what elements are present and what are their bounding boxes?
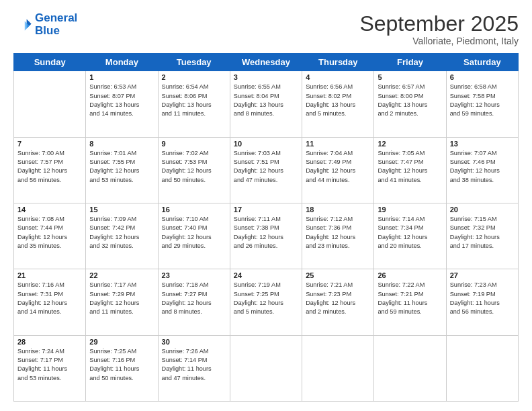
calendar-cell	[374, 335, 446, 401]
day-number: 13	[450, 140, 515, 148]
calendar-cell: 16Sunrise: 7:10 AM Sunset: 7:40 PM Dayli…	[158, 203, 230, 269]
calendar-cell: 15Sunrise: 7:09 AM Sunset: 7:42 PM Dayli…	[86, 203, 158, 269]
day-number: 29	[89, 338, 154, 346]
day-number: 9	[162, 140, 226, 148]
day-header-monday: Monday	[86, 54, 158, 71]
day-number: 28	[17, 338, 82, 346]
calendar-cell: 9Sunrise: 7:02 AM Sunset: 7:53 PM Daylig…	[158, 137, 230, 203]
day-number: 3	[234, 73, 298, 81]
logo: General Blue	[13, 12, 77, 37]
day-number: 30	[162, 338, 226, 346]
calendar-cell: 11Sunrise: 7:04 AM Sunset: 7:49 PM Dayli…	[302, 137, 374, 203]
cell-text: Sunrise: 6:54 AM Sunset: 8:06 PM Dayligh…	[162, 83, 226, 118]
day-number: 11	[306, 140, 370, 148]
day-number: 16	[162, 205, 226, 214]
day-number: 8	[89, 140, 154, 148]
location: Valloriate, Piedmont, Italy	[359, 36, 519, 46]
calendar-week-5: 28Sunrise: 7:24 AM Sunset: 7:17 PM Dayli…	[14, 335, 519, 401]
cell-text: Sunrise: 7:21 AM Sunset: 7:23 PM Dayligh…	[306, 281, 370, 316]
calendar-cell	[446, 335, 518, 401]
cell-text: Sunrise: 7:17 AM Sunset: 7:29 PM Dayligh…	[89, 281, 154, 316]
day-header-saturday: Saturday	[446, 54, 518, 71]
day-number: 12	[378, 140, 442, 148]
calendar-cell: 17Sunrise: 7:11 AM Sunset: 7:38 PM Dayli…	[230, 203, 302, 269]
day-number: 26	[378, 271, 442, 279]
day-number: 25	[306, 271, 370, 279]
day-number: 27	[450, 271, 515, 279]
cell-text: Sunrise: 7:22 AM Sunset: 7:21 PM Dayligh…	[378, 281, 442, 316]
cell-text: Sunrise: 7:03 AM Sunset: 7:51 PM Dayligh…	[234, 149, 298, 185]
day-header-tuesday: Tuesday	[158, 54, 230, 71]
calendar-cell: 1Sunrise: 6:53 AM Sunset: 8:07 PM Daylig…	[86, 71, 158, 137]
calendar-cell: 28Sunrise: 7:24 AM Sunset: 7:17 PM Dayli…	[14, 335, 86, 401]
calendar-cell: 2Sunrise: 6:54 AM Sunset: 8:06 PM Daylig…	[158, 71, 230, 137]
calendar-cell: 21Sunrise: 7:16 AM Sunset: 7:31 PM Dayli…	[14, 269, 86, 335]
month-title: September 2025	[359, 12, 519, 36]
day-number: 24	[234, 271, 298, 279]
day-number: 20	[450, 205, 515, 214]
day-number: 23	[162, 271, 226, 279]
calendar-cell: 18Sunrise: 7:12 AM Sunset: 7:36 PM Dayli…	[302, 203, 374, 269]
cell-text: Sunrise: 7:00 AM Sunset: 7:57 PM Dayligh…	[17, 149, 82, 185]
day-number: 7	[17, 140, 82, 148]
day-number: 22	[89, 271, 154, 279]
calendar-week-2: 7Sunrise: 7:00 AM Sunset: 7:57 PM Daylig…	[14, 137, 519, 203]
calendar-cell: 8Sunrise: 7:01 AM Sunset: 7:55 PM Daylig…	[86, 137, 158, 203]
day-number: 2	[162, 73, 226, 81]
calendar-cell: 30Sunrise: 7:26 AM Sunset: 7:14 PM Dayli…	[158, 335, 230, 401]
cell-text: Sunrise: 7:02 AM Sunset: 7:53 PM Dayligh…	[162, 149, 226, 185]
calendar-cell: 22Sunrise: 7:17 AM Sunset: 7:29 PM Dayli…	[86, 269, 158, 335]
calendar-cell	[302, 335, 374, 401]
day-number: 17	[234, 205, 298, 214]
calendar-cell: 7Sunrise: 7:00 AM Sunset: 7:57 PM Daylig…	[14, 137, 86, 203]
calendar-cell: 4Sunrise: 6:56 AM Sunset: 8:02 PM Daylig…	[302, 71, 374, 137]
calendar-cell: 26Sunrise: 7:22 AM Sunset: 7:21 PM Dayli…	[374, 269, 446, 335]
cell-text: Sunrise: 7:14 AM Sunset: 7:34 PM Dayligh…	[378, 215, 442, 250]
cell-text: Sunrise: 6:55 AM Sunset: 8:04 PM Dayligh…	[234, 83, 298, 118]
logo-icon	[13, 15, 32, 34]
cell-text: Sunrise: 6:58 AM Sunset: 7:58 PM Dayligh…	[450, 83, 515, 118]
day-number: 14	[17, 205, 82, 214]
cell-text: Sunrise: 7:10 AM Sunset: 7:40 PM Dayligh…	[162, 215, 226, 250]
cell-text: Sunrise: 7:09 AM Sunset: 7:42 PM Dayligh…	[89, 215, 154, 250]
cell-text: Sunrise: 7:04 AM Sunset: 7:49 PM Dayligh…	[306, 149, 370, 185]
day-number: 18	[306, 205, 370, 214]
calendar-cell: 10Sunrise: 7:03 AM Sunset: 7:51 PM Dayli…	[230, 137, 302, 203]
calendar-cell: 13Sunrise: 7:07 AM Sunset: 7:46 PM Dayli…	[446, 137, 518, 203]
day-header-sunday: Sunday	[14, 54, 86, 71]
calendar-cell: 6Sunrise: 6:58 AM Sunset: 7:58 PM Daylig…	[446, 71, 518, 137]
cell-text: Sunrise: 7:12 AM Sunset: 7:36 PM Dayligh…	[306, 215, 370, 250]
cell-text: Sunrise: 7:05 AM Sunset: 7:47 PM Dayligh…	[378, 149, 442, 185]
day-header-wednesday: Wednesday	[230, 54, 302, 71]
day-number: 4	[306, 73, 370, 81]
cell-text: Sunrise: 7:23 AM Sunset: 7:19 PM Dayligh…	[450, 281, 515, 316]
calendar-cell: 14Sunrise: 7:08 AM Sunset: 7:44 PM Dayli…	[14, 203, 86, 269]
day-number: 19	[378, 205, 442, 214]
calendar-cell: 3Sunrise: 6:55 AM Sunset: 8:04 PM Daylig…	[230, 71, 302, 137]
calendar-cell: 27Sunrise: 7:23 AM Sunset: 7:19 PM Dayli…	[446, 269, 518, 335]
day-number: 15	[89, 205, 154, 214]
calendar-cell	[14, 71, 86, 137]
cell-text: Sunrise: 7:11 AM Sunset: 7:38 PM Dayligh…	[234, 215, 298, 250]
calendar-week-4: 21Sunrise: 7:16 AM Sunset: 7:31 PM Dayli…	[14, 269, 519, 335]
logo-line2: Blue	[35, 24, 60, 37]
header: General Blue September 2025 Valloriate, …	[13, 12, 519, 46]
cell-text: Sunrise: 6:56 AM Sunset: 8:02 PM Dayligh…	[306, 83, 370, 118]
cell-text: Sunrise: 7:16 AM Sunset: 7:31 PM Dayligh…	[17, 281, 82, 316]
cell-text: Sunrise: 7:18 AM Sunset: 7:27 PM Dayligh…	[162, 281, 226, 316]
calendar-cell: 19Sunrise: 7:14 AM Sunset: 7:34 PM Dayli…	[374, 203, 446, 269]
cell-text: Sunrise: 7:15 AM Sunset: 7:32 PM Dayligh…	[450, 215, 515, 250]
cell-text: Sunrise: 7:07 AM Sunset: 7:46 PM Dayligh…	[450, 149, 515, 185]
day-header-friday: Friday	[374, 54, 446, 71]
day-number: 6	[450, 73, 515, 81]
cell-text: Sunrise: 6:53 AM Sunset: 8:07 PM Dayligh…	[89, 83, 154, 118]
calendar-week-1: 1Sunrise: 6:53 AM Sunset: 8:07 PM Daylig…	[14, 71, 519, 137]
cell-text: Sunrise: 6:57 AM Sunset: 8:00 PM Dayligh…	[378, 83, 442, 118]
calendar-cell: 25Sunrise: 7:21 AM Sunset: 7:23 PM Dayli…	[302, 269, 374, 335]
logo-line1: General	[35, 11, 77, 24]
logo-text: General Blue	[35, 12, 77, 37]
cell-text: Sunrise: 7:26 AM Sunset: 7:14 PM Dayligh…	[162, 347, 226, 383]
calendar-cell	[230, 335, 302, 401]
cell-text: Sunrise: 7:01 AM Sunset: 7:55 PM Dayligh…	[89, 149, 154, 185]
day-number: 5	[378, 73, 442, 81]
